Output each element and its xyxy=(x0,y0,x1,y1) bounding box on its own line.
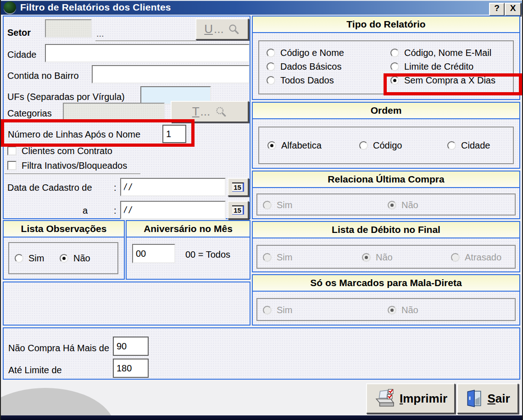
radio-icon xyxy=(267,49,275,57)
aniversario-hint: 00 = Todos xyxy=(185,249,230,260)
checkbox-icon xyxy=(7,146,17,155)
imprimir-button[interactable]: Imprimir xyxy=(366,383,455,414)
radio-mala-sim: Sim xyxy=(263,304,292,316)
radio-label: Sem Compra a X Dias xyxy=(404,75,495,86)
radio-icon xyxy=(267,62,275,71)
radio-observacoes-nao[interactable]: Não xyxy=(60,252,90,264)
categorias-field[interactable] xyxy=(63,103,165,122)
colon: : xyxy=(114,205,117,216)
radio-label: Sim xyxy=(277,200,292,210)
radio-label: Não xyxy=(376,252,393,263)
checkbox-label: Filtra Inativos/Bloqueados xyxy=(22,160,127,171)
cidade-label: Cidade xyxy=(7,50,36,60)
radio-tipo-codigo-nome[interactable]: Código e Nome xyxy=(267,47,344,59)
radio-icon xyxy=(451,253,460,262)
relaciona-groupbox xyxy=(256,193,516,216)
calendar-icon: 15 xyxy=(232,182,244,192)
setor-label: Setor xyxy=(7,28,31,38)
nao-compra-input[interactable] xyxy=(113,337,149,356)
radio-label: Atrasado xyxy=(465,252,501,263)
relaciona-ultima-compra-panel: Relaciona Última Compra Sim Não xyxy=(252,171,520,219)
checkbox-filtra-inativos[interactable]: Filtra Inativos/Bloqueados xyxy=(7,160,127,171)
dialog-filtro-relatorios-clientes: Filtro de Relatórios dos Clientes ? X Se… xyxy=(0,0,523,420)
radio-icon xyxy=(390,76,399,85)
divider xyxy=(5,173,140,175)
radio-tipo-sem-compra-x-dias[interactable]: Sem Compra a X Dias xyxy=(390,74,495,86)
sair-button[interactable]: Sair xyxy=(457,383,518,414)
close-button[interactable]: X xyxy=(505,3,521,16)
radio-mala-nao: Não xyxy=(388,304,418,316)
radio-icon xyxy=(388,306,396,315)
radio-ordem-cidade[interactable]: Cidade xyxy=(447,139,490,151)
divider xyxy=(95,40,196,42)
lista-observacoes-title: Lista Observações xyxy=(4,221,124,238)
search-icon xyxy=(228,23,240,35)
radio-tipo-dados-basicos[interactable]: Dados Básicos xyxy=(267,61,341,72)
setor-lookup-button[interactable]: U... xyxy=(195,18,249,40)
tipo-relatorio-title: Tipo do Relatório xyxy=(253,17,519,33)
setor-field[interactable] xyxy=(45,19,92,38)
bottom-edge-bar xyxy=(0,415,523,420)
help-button[interactable]: ? xyxy=(489,3,505,16)
radio-tipo-todos-dados[interactable]: Todos Dados xyxy=(267,74,334,86)
radio-observacoes-sim[interactable]: Sim xyxy=(15,252,44,264)
cadastro-de-label: Data de Cadastro de xyxy=(7,182,92,193)
radio-tipo-limite-credito[interactable]: Limite de Crédito xyxy=(390,61,473,72)
radio-debito-sim: Sim xyxy=(263,251,292,263)
linhas-input[interactable] xyxy=(162,125,186,143)
limites-panel: Não Compra Há Mais de Até Limite de xyxy=(3,327,520,380)
categorias-lookup-dots: ... xyxy=(200,105,211,119)
radio-icon xyxy=(15,254,23,263)
radio-label: Alfabetica xyxy=(281,140,322,151)
setor-lookup-dots: ... xyxy=(214,22,224,36)
colon: : xyxy=(114,182,117,193)
bairro-label: Contida no Bairro xyxy=(7,71,79,81)
radio-label: Não xyxy=(73,253,90,264)
radio-label: Todos Dados xyxy=(280,75,334,86)
bairro-input[interactable] xyxy=(92,65,250,83)
radio-label: Sim xyxy=(28,253,44,264)
radio-debito-nao: Não xyxy=(362,251,393,263)
titlebar: Filtro de Relatórios dos Clientes ? X xyxy=(0,0,523,15)
cadastro-de-input[interactable] xyxy=(120,178,226,196)
nao-compra-label: Não Compra Há Mais de xyxy=(8,343,109,354)
ufs-label: UFs (Separadas por Vírgula) xyxy=(7,92,125,102)
checkbox-clientes-contrato[interactable]: Clientes com Contrato xyxy=(7,145,112,157)
checkbox-label: Clientes com Contrato xyxy=(22,146,112,156)
radio-ordem-codigo[interactable]: Código xyxy=(359,139,402,151)
app-icon xyxy=(4,1,16,13)
radio-icon xyxy=(359,141,368,150)
aniversario-input[interactable] xyxy=(132,244,175,263)
categorias-label: Categorias xyxy=(7,108,52,119)
radio-icon xyxy=(263,253,272,262)
radio-label: Código, Nome E-Mail xyxy=(404,48,491,58)
checkbox-icon xyxy=(7,161,17,170)
radio-label: Cidade xyxy=(461,140,490,151)
categorias-lookup-button[interactable]: T... xyxy=(171,101,249,122)
ate-limite-input[interactable] xyxy=(113,359,149,378)
radio-icon xyxy=(263,201,272,210)
radio-icon xyxy=(267,76,275,85)
radio-label: Não xyxy=(401,305,418,315)
categorias-lookup-accel: T xyxy=(192,105,200,119)
radio-relaciona-sim: Sim xyxy=(263,199,292,211)
filter-panel: Setor ... U... Cidade Contida no Bairro … xyxy=(3,16,250,219)
radio-tipo-codigo-nome-email[interactable]: Código, Nome E-Mail xyxy=(390,47,491,59)
linhas-label: Número de Linhas Após o Nome xyxy=(8,129,140,140)
setor-lookup-accel: U xyxy=(204,22,213,36)
tipo-relatorio-panel: Tipo do Relatório Código e Nome Dados Bá… xyxy=(252,16,520,100)
radio-ordem-alfabetica[interactable]: Alfabetica xyxy=(267,139,322,151)
ordem-title: Ordem xyxy=(253,103,519,119)
radio-icon xyxy=(362,253,371,262)
cidade-input[interactable] xyxy=(45,44,250,62)
lista-observacoes-panel: Lista Observações Sim Não xyxy=(3,220,125,280)
mala-direta-panel: Só os Marcados para Mala-Direta Sim Não xyxy=(252,274,520,326)
radio-relaciona-nao: Não xyxy=(388,199,418,211)
cadastro-a-calendar-button[interactable]: 15 xyxy=(228,201,249,219)
radio-icon xyxy=(267,141,276,150)
empty-panel xyxy=(3,282,250,326)
radio-label: Sim xyxy=(277,305,292,315)
cadastro-a-input[interactable] xyxy=(120,201,226,219)
cadastro-de-calendar-button[interactable]: 15 xyxy=(228,178,249,196)
radio-icon xyxy=(390,62,399,71)
